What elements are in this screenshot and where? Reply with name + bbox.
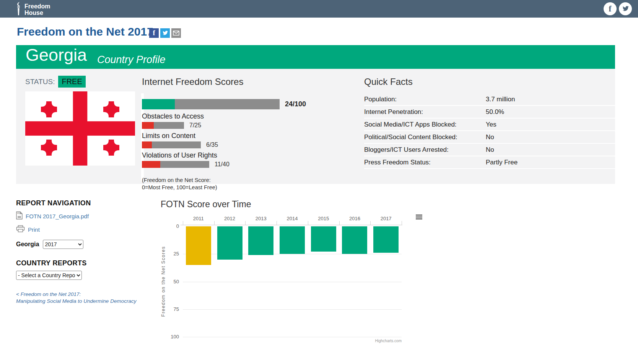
subscore: Limits on Content6/35	[142, 132, 333, 148]
subscore: Violations of User Rights11/40	[142, 151, 333, 168]
total-score-row: 24/100	[142, 99, 333, 109]
x-axis-tick	[214, 221, 215, 225]
chart-gridline	[183, 337, 402, 337]
x-axis-tick	[339, 221, 340, 225]
status-row: STATUS: FREE	[25, 76, 86, 88]
y-axis-tick-label: 50	[163, 279, 179, 284]
y-axis-tick-label: 0	[163, 223, 179, 229]
x-axis-label: 2015	[308, 216, 339, 221]
total-score-fill	[142, 99, 175, 109]
subscore-bar	[142, 161, 209, 168]
quick-fact-value: No	[486, 146, 494, 154]
subscores: Obstacles to Access7/25Limits on Content…	[142, 112, 333, 168]
quick-facts-rows: Population:3.7 millionInternet Penetrati…	[364, 93, 615, 169]
svg-text:PDF: PDF	[17, 212, 21, 214]
chart-bar[interactable]	[280, 226, 305, 254]
app-header: Freedom House f	[0, 0, 638, 18]
summary-panel: STATUS: FREE Internet Freedom Scores 24/…	[16, 69, 615, 184]
subscore-name: Violations of User Rights	[142, 151, 333, 159]
y-axis-tick-label: 25	[163, 251, 179, 257]
total-score-value: 24/100	[285, 100, 306, 108]
status-label: STATUS:	[25, 78, 55, 86]
share-buttons: f	[149, 28, 181, 38]
quick-fact-label: Political/Social Content Blocked:	[364, 133, 486, 141]
quick-fact-label: Press Freedom Status:	[364, 159, 486, 166]
quick-fact-label: Social Media/ICT Apps Blocked:	[364, 121, 486, 128]
quick-fact-label: Bloggers/ICT Users Arrested:	[364, 146, 486, 154]
chart-gridline	[183, 282, 402, 282]
header-social-links: f	[604, 2, 632, 15]
highcharts-credit[interactable]: Highcharts.com	[375, 339, 402, 343]
subscore-value: 6/35	[206, 141, 218, 148]
country-banner: Georgia Country Profile	[16, 45, 615, 69]
fotn-score-chart: FOTN Score over Time Freedom on the Net …	[161, 197, 428, 364]
y-axis-tick-label: 100	[163, 334, 179, 340]
chart-gridline	[183, 254, 402, 254]
subscore-row: 6/35	[142, 141, 333, 148]
pdf-link-row: PDF FOTN 2017_Georgia.pdf	[16, 211, 146, 221]
subscore-fill	[142, 161, 160, 168]
chart-bar[interactable]	[186, 226, 211, 265]
chart-bar[interactable]	[342, 226, 367, 254]
freedom-house-logo[interactable]: Freedom House	[15, 2, 50, 17]
share-facebook-icon[interactable]: f	[149, 28, 159, 38]
quick-fact-row: Press Freedom Status:Partly Free	[364, 156, 615, 169]
quick-fact-row: Social Media/ICT Apps Blocked:Yes	[364, 119, 615, 131]
x-axis-tick	[183, 221, 183, 225]
x-axis-line	[181, 225, 402, 225]
x-axis-tick	[402, 221, 402, 225]
chart-title: FOTN Score over Time	[161, 199, 251, 210]
quick-fact-value: 50.0%	[486, 108, 504, 116]
quick-fact-row: Population:3.7 million	[364, 93, 615, 106]
facebook-icon[interactable]: f	[604, 2, 617, 15]
report-navigation-title: REPORT NAVIGATION	[16, 199, 146, 207]
subscore-row: 11/40	[142, 161, 333, 168]
x-axis-label: 2011	[183, 216, 214, 221]
chart-bar[interactable]	[311, 226, 336, 252]
subscore-bar	[142, 141, 201, 148]
x-axis-label: 2012	[214, 216, 246, 221]
chart-bar[interactable]	[373, 226, 399, 253]
subscore-name: Obstacles to Access	[142, 112, 333, 120]
x-axis-label: 2014	[277, 216, 308, 221]
quick-fact-value: Yes	[486, 121, 496, 128]
internet-freedom-scores: Internet Freedom Scores 24/100 Obstacles…	[142, 76, 333, 191]
print-icon	[16, 225, 25, 234]
scores-footnote: (Freedom on the Net Score: 0=Most Free, …	[142, 177, 333, 191]
chart-bar[interactable]	[217, 226, 243, 260]
quick-fact-value: 3.7 million	[486, 96, 515, 103]
report-navigation: REPORT NAVIGATION PDF FOTN 2017_Georgia.…	[16, 199, 146, 305]
back-to-report-link[interactable]: < Freedom on the Net 2017: Manipulating …	[16, 291, 146, 305]
chart-bar[interactable]	[248, 226, 273, 255]
total-score-bar	[142, 99, 280, 109]
subscore-fill	[142, 122, 154, 129]
x-axis-tick	[370, 221, 371, 225]
year-selector-country-label: Georgia	[16, 241, 39, 248]
chart-gridline	[183, 309, 402, 310]
chart-context-menu-icon[interactable]	[416, 214, 422, 220]
quick-fact-value: Partly Free	[486, 159, 518, 166]
subscore-row: 7/25	[142, 122, 333, 129]
country-report-select[interactable]: - Select a Country Report -	[16, 271, 82, 280]
quick-facts: Quick Facts Population:3.7 millionIntern…	[364, 76, 615, 169]
pdf-file-icon: PDF	[16, 211, 23, 221]
subscore-name: Limits on Content	[142, 132, 333, 140]
subscore-fill	[142, 141, 152, 148]
subscore-bar	[142, 122, 184, 129]
x-axis-label: 2013	[245, 216, 277, 221]
quick-facts-title: Quick Facts	[364, 76, 615, 87]
share-twitter-icon[interactable]	[160, 28, 170, 38]
quick-fact-label: Population:	[364, 96, 486, 103]
y-axis-tick-label: 75	[163, 306, 179, 312]
print-link-row: Print	[16, 225, 146, 234]
quick-fact-row: Political/Social Content Blocked:No	[364, 131, 615, 144]
status-badge: FREE	[58, 76, 85, 88]
subscore: Obstacles to Access7/25	[142, 112, 333, 129]
logo-text: Freedom House	[24, 3, 50, 16]
year-select[interactable]: 2017	[43, 240, 83, 249]
pdf-download-link[interactable]: FOTN 2017_Georgia.pdf	[26, 213, 89, 219]
twitter-icon[interactable]	[619, 2, 632, 15]
page-title: Freedom on the Net 2017	[17, 25, 153, 38]
print-link[interactable]: Print	[28, 226, 40, 233]
share-email-icon[interactable]	[171, 28, 181, 38]
